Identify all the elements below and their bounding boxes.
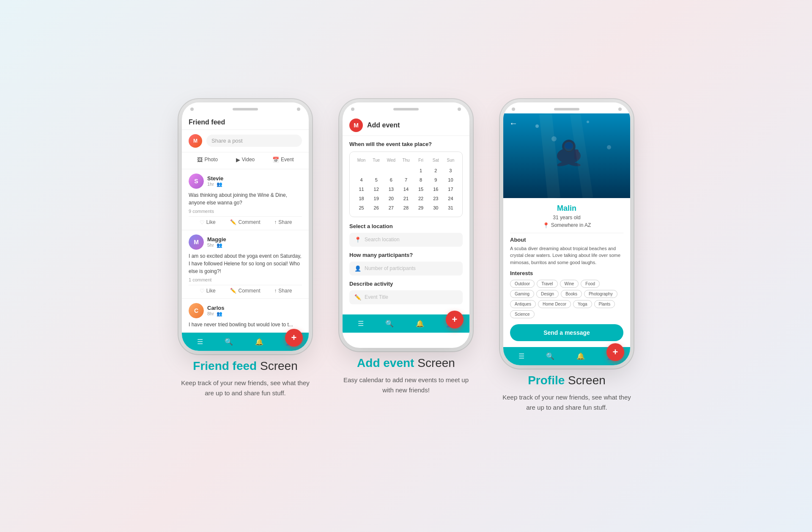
cal-day-11[interactable]: 11 [354, 185, 369, 194]
cal-day-4[interactable]: 4 [354, 175, 369, 185]
stevie-comments: 9 comments [189, 209, 302, 214]
cal-day-2[interactable]: 2 [428, 166, 443, 175]
calendar-widget[interactable]: Mon Tue Wed Thu Fri Sat Sun 1 [349, 152, 463, 217]
nav-search-icon-ev[interactable]: 🔍 [385, 320, 394, 328]
cal-day-27[interactable]: 27 [384, 203, 398, 212]
nav-search-icon-pr[interactable]: 🔍 [546, 352, 554, 360]
cal-day-5[interactable]: 5 [369, 175, 384, 185]
cal-day-21[interactable]: 21 [398, 194, 413, 203]
maggie-post-text: I am so excited about the yoga event on … [189, 252, 302, 275]
comment-btn-stevie[interactable]: ✏️ Comment [226, 219, 264, 226]
like-btn-stevie[interactable]: ♡ Like [189, 219, 226, 226]
back-arrow-button[interactable]: ← [509, 119, 518, 128]
fab-add-button-profile[interactable]: + [606, 343, 624, 361]
activity-input[interactable]: ✏️ Event Title [349, 290, 463, 304]
cal-day-9[interactable]: 9 [428, 175, 443, 185]
nav-menu-icon[interactable]: ☰ [197, 338, 203, 346]
bottom-nav-event: ☰ 🔍 🔔 👤 + [343, 314, 469, 333]
share-btn-maggie[interactable]: ↑ Share [264, 288, 302, 294]
post-user-row-maggie: M Maggie 5hr 👥 [189, 234, 302, 250]
profile-screen-desc: Keep track of your new friends, see what… [499, 392, 634, 413]
cal-day-7[interactable]: 7 [398, 175, 413, 185]
comment-btn-maggie[interactable]: ✏️ Comment [226, 288, 264, 294]
cal-day-8[interactable]: 8 [414, 175, 428, 185]
sensor-dot-profile [618, 108, 622, 111]
video-button[interactable]: ▶ Video [226, 155, 264, 165]
maggie-info: Maggie 5hr 👥 [207, 236, 302, 248]
cal-day-30[interactable]: 30 [428, 203, 443, 212]
cal-day-1[interactable]: 1 [414, 166, 428, 175]
location-input[interactable]: 📍 Search location [349, 233, 463, 247]
cal-day-28[interactable]: 28 [398, 203, 413, 212]
underwater-background [503, 113, 630, 198]
cal-day-19[interactable]: 19 [369, 194, 384, 203]
share-btn-stevie[interactable]: ↑ Share [264, 219, 302, 226]
stevie-reactions: ♡ Like ✏️ Comment ↑ Share [189, 216, 302, 226]
cal-day-22[interactable]: 22 [414, 194, 428, 203]
avatar-carlos: C [189, 303, 204, 318]
nav-bell-icon[interactable]: 🔔 [255, 338, 263, 346]
svg-point-8 [565, 142, 573, 149]
cal-day-20[interactable]: 20 [384, 194, 398, 203]
feed-screen-title: Friend feed Screen [178, 359, 313, 373]
cal-day-14[interactable]: 14 [398, 185, 413, 194]
cal-day-15[interactable]: 15 [414, 185, 428, 194]
cal-day-3[interactable]: 3 [443, 166, 458, 175]
cal-day-18[interactable]: 18 [354, 194, 369, 203]
tag-food: Food [581, 280, 600, 288]
nav-bell-icon-pr[interactable]: 🔔 [576, 352, 585, 360]
cal-day-26[interactable]: 26 [369, 203, 384, 212]
location-pin-icon: 📍 [354, 237, 361, 243]
share-post-bar[interactable]: M Share a post [182, 130, 309, 152]
nav-search-icon[interactable]: 🔍 [225, 338, 233, 346]
cal-day-17[interactable]: 17 [443, 185, 458, 194]
cal-day-13[interactable]: 13 [384, 185, 398, 194]
nav-menu-icon-pr[interactable]: ☰ [518, 352, 524, 360]
participants-input[interactable]: 👤 Number of participants [349, 262, 463, 276]
fab-add-button-event[interactable]: + [446, 311, 464, 328]
nav-bell-icon-ev[interactable]: 🔔 [416, 320, 424, 328]
event-button[interactable]: 📅 Event [264, 155, 302, 165]
friend-badge-maggie: 👥 [217, 243, 222, 248]
phone-notch-event [343, 102, 469, 113]
cal-day-31[interactable]: 31 [443, 203, 458, 212]
friend-badge: 👥 [217, 182, 222, 187]
screens-container: Friend feed M Share a post 🖼 Photo ▶ Vid… [178, 102, 634, 413]
location-pin-icon: 📍 [543, 222, 549, 229]
tag-books: Books [561, 290, 582, 298]
add-event-section: M Add event When will the event take pla… [338, 102, 474, 395]
nav-menu-icon-ev[interactable]: ☰ [358, 320, 364, 328]
like-btn-maggie[interactable]: ♡ Like [189, 288, 226, 294]
cal-day-25[interactable]: 25 [354, 203, 369, 212]
cal-day-10[interactable]: 10 [443, 175, 458, 185]
profile-hero-image: ← [503, 113, 630, 198]
cal-day-12[interactable]: 12 [369, 185, 384, 194]
cal-day-6[interactable]: 6 [384, 175, 398, 185]
tag-science: Science [510, 310, 535, 318]
post-action-bar: 🖼 Photo ▶ Video 📅 Event [182, 152, 309, 169]
maggie-reactions: ♡ Like ✏️ Comment ↑ Share [189, 285, 302, 294]
cal-empty-2 [369, 166, 384, 175]
speaker-bar-event [393, 108, 419, 110]
photo-button[interactable]: 🖼 Photo [189, 155, 226, 165]
cal-day-24[interactable]: 24 [443, 194, 458, 203]
event-label-section: Add event Screen Easy calendar to add ne… [338, 356, 474, 395]
send-message-button[interactable]: Send a message [510, 324, 623, 341]
interests-title: Interests [510, 270, 623, 276]
cal-day-23[interactable]: 23 [428, 194, 443, 203]
cal-day-29[interactable]: 29 [414, 203, 428, 212]
cal-day-16[interactable]: 16 [428, 185, 443, 194]
post-carlos: C Carlos 8hr 👥 I have never tried bowlin… [182, 299, 309, 333]
event-date-question: When will the event take place? [349, 141, 463, 147]
photo-icon: 🖼 [197, 157, 203, 163]
share-icon: ↑ [274, 219, 277, 225]
speaker-bar [233, 108, 258, 110]
carlos-name: Carlos [207, 305, 302, 311]
calendar-day-headers: Mon Tue Wed Thu Fri Sat Sun [354, 156, 458, 164]
about-text: A scuba diver dreaming about tropical be… [510, 245, 623, 266]
fab-add-button-feed[interactable]: + [285, 329, 303, 347]
post-user-row-carlos: C Carlos 8hr 👥 [189, 303, 302, 318]
share-post-input[interactable]: Share a post [206, 135, 302, 147]
profile-label-section: Profile Screen Keep track of your new fr… [499, 374, 634, 413]
profile-location: 📍 Somewhere in AZ [510, 222, 623, 229]
